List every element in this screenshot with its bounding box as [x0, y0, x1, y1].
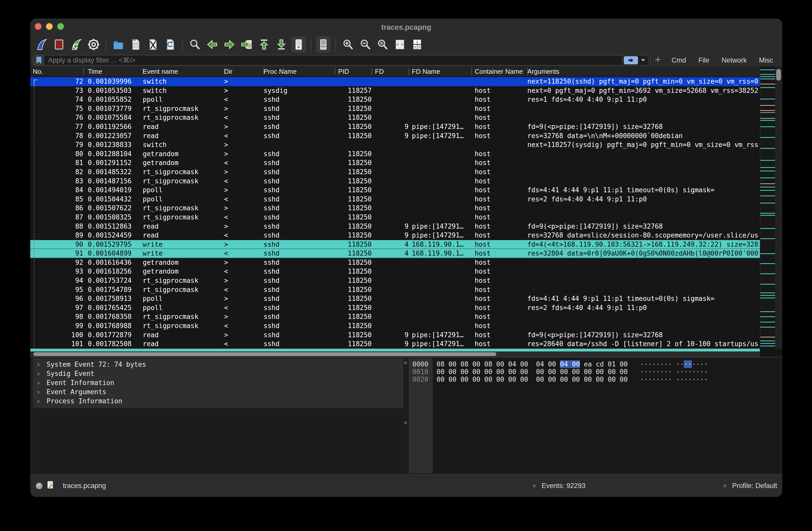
packet-row[interactable]: 930.001618256getrandom<sshd118250host — [30, 267, 760, 276]
packet-row[interactable]: 970.001765425ppoll<sshd118250hostres=2 f… — [30, 304, 760, 312]
intelligent-scrollbar-minimap[interactable] — [760, 67, 775, 349]
tree-item[interactable]: ›System Event 72: 74 bytes — [33, 360, 403, 369]
colorize-button[interactable] — [316, 36, 331, 53]
expert-info-button[interactable] — [36, 483, 43, 489]
column-header-cont[interactable]: Container Name — [472, 67, 527, 76]
separator-dot-icon — [533, 484, 536, 487]
add-filter-button[interactable]: + — [651, 54, 666, 67]
column-header-no[interactable]: No. — [33, 67, 83, 76]
vertical-scrollbar[interactable] — [775, 67, 782, 349]
packet-row[interactable]: 900.001529795write>sshd1182504168.119.90… — [30, 240, 760, 249]
vertical-scrollbar-thumb[interactable] — [776, 69, 781, 80]
packet-row[interactable]: 1010.001782508read<sshd1182509pipe:[1472… — [30, 339, 760, 349]
last-packet-button[interactable] — [274, 36, 289, 53]
zoom-reset-button[interactable] — [375, 36, 390, 53]
filter-shortcut-cmd[interactable]: Cmd — [666, 57, 692, 64]
hex-row[interactable]: 002000 00 00 00 00 00 00 00 00 00 00 00 … — [408, 375, 780, 383]
packet-row[interactable]: 770.001192566read>sshd1182509pipe:[14729… — [30, 122, 760, 132]
packet-row[interactable]: 790.001238833switch>next=118257(sysdig) … — [30, 141, 760, 149]
restart-capture-button[interactable] — [69, 36, 84, 53]
cell-no: 76 — [33, 113, 83, 122]
minimap-line — [760, 263, 775, 264]
cell-no: 87 — [33, 213, 83, 222]
cell-fd: 9 — [372, 132, 408, 141]
packet-row[interactable]: 780.001223057read<sshd1182509pipe:[14729… — [30, 132, 760, 141]
panel-splitter[interactable] — [403, 357, 408, 474]
go-to-packet-button[interactable] — [240, 36, 254, 53]
open-file-button[interactable] — [111, 36, 126, 53]
capture-options-button[interactable] — [86, 36, 101, 53]
horizontal-scrollbar-thumb[interactable] — [33, 352, 496, 356]
packet-row[interactable]: 860.001507622rt_sigprocmask>sshd118250ho… — [30, 204, 760, 213]
packet-row[interactable]: 910.001604899write<sshd1182504168.119.90… — [30, 249, 760, 258]
hex-row[interactable]: 000008 00 08 00 08 00 04 00 04 00 04 00 … — [408, 360, 780, 368]
packet-row[interactable]: 980.001768358rt_sigprocmask>sshd118250ho… — [30, 312, 760, 322]
packet-row[interactable]: 870.001508325rt_sigprocmask<sshd118250ho… — [30, 213, 760, 222]
find-packet-button[interactable] — [188, 36, 202, 53]
packet-row[interactable]: 760.001075584rt_sigprocmask<sshd118250ho… — [30, 113, 760, 122]
filter-dropdown-caret[interactable] — [641, 59, 645, 61]
packet-row[interactable]: 850.001504432ppoll<sshd118250hostres=2 f… — [30, 195, 760, 204]
tree-item[interactable]: ›Event Information — [33, 378, 403, 387]
column-header-args[interactable]: Arguments — [527, 67, 760, 76]
tree-item[interactable]: ›Process Information — [33, 397, 403, 405]
filter-shortcut-misc[interactable]: Misc — [753, 57, 780, 64]
start-capture-button[interactable] — [34, 36, 49, 53]
auto-scroll-button[interactable] — [291, 36, 306, 53]
layout-toggle-button[interactable]: 123 — [410, 36, 424, 53]
packet-row[interactable]: 750.001073779rt_sigprocmask>sshd118250ho… — [30, 104, 760, 114]
cell-event-name: write — [143, 349, 224, 352]
packet-row[interactable]: 1020.001787560write>sshd1182504168.119.9… — [30, 349, 760, 352]
packet-row[interactable]: 950.001754789rt_sigprocmask<sshd118250ho… — [30, 285, 760, 295]
tree-item[interactable]: ›Event Arguments — [33, 387, 403, 397]
column-header-time[interactable]: Time — [83, 67, 143, 76]
cell-pid: 118250 — [335, 149, 372, 159]
resize-columns-button[interactable] — [392, 36, 407, 53]
packet-row[interactable]: 810.001291152getrandom<sshd118250host — [30, 159, 760, 167]
packet-row[interactable]: 800.001288104getrandom>sshd118250host — [30, 149, 760, 159]
packet-row[interactable]: 820.001485322rt_sigprocmask>sshd118250ho… — [30, 167, 760, 177]
statusbar-profile[interactable]: Profile: Default — [723, 482, 777, 490]
stop-capture-button[interactable] — [52, 36, 67, 53]
column-header-dir[interactable]: Dir — [224, 67, 263, 76]
packet-row[interactable]: 940.001753724rt_sigprocmask>sshd118250ho… — [30, 276, 760, 285]
filter-shortcut-file[interactable]: File — [692, 57, 715, 64]
cell-time: 0.001508325 — [83, 213, 143, 222]
cell-pid: 118250 — [335, 294, 372, 304]
next-packet-button[interactable] — [222, 36, 237, 53]
column-header-event[interactable]: Event name — [143, 67, 224, 76]
reload-file-button[interactable] — [163, 36, 177, 53]
packet-row[interactable]: 880.001512863read>sshd1182509pipe:[14729… — [30, 222, 760, 231]
packet-row[interactable]: 840.001494019ppoll>sshd118250hostfds=4:4… — [30, 186, 760, 195]
edit-comment-button[interactable] — [47, 481, 54, 491]
save-file-button[interactable]: 010100110101110 — [128, 36, 143, 53]
packet-row[interactable]: 730.001053503switch>sysdig118257hostnext… — [30, 86, 760, 95]
packet-row[interactable]: 890.001524459read<sshd1182509pipe:[14729… — [30, 231, 760, 240]
zoom-out-button[interactable] — [358, 36, 373, 53]
column-header-pid[interactable]: PID — [335, 67, 372, 76]
column-header-fd[interactable]: FD — [372, 67, 408, 76]
packet-row[interactable]: 990.001768988rt_sigprocmask<sshd118250ho… — [30, 322, 760, 330]
packet-row[interactable]: 830.001487156rt_sigprocmask<sshd118250ho… — [30, 177, 760, 186]
cell-fd: 9 — [372, 231, 408, 240]
filter-bookmark-button[interactable] — [33, 56, 44, 65]
close-file-button[interactable] — [145, 36, 160, 53]
packet-row[interactable]: 920.001616436getrandom>sshd118250host — [30, 258, 760, 267]
filter-shortcut-network[interactable]: Network — [715, 57, 753, 64]
packet-row[interactable]: 960.001758913ppoll>sshd118250hostfds=4:4… — [30, 294, 760, 304]
packet-row[interactable]: 1000.001772879read>sshd1182509pipe:[1472… — [30, 330, 760, 340]
apply-filter-button[interactable] — [624, 56, 638, 64]
cell-dir: > — [224, 276, 263, 285]
cell-container-name: host — [472, 322, 527, 330]
packet-row[interactable]: 740.001055852ppoll<sshd118250hostres=1 f… — [30, 95, 760, 104]
zoom-in-button[interactable] — [340, 36, 356, 53]
packet-row[interactable]: 720.001039996switch>next=118250(sshd) pg… — [30, 77, 760, 86]
tree-item[interactable]: ›Sysdig Event — [33, 369, 403, 378]
horizontal-scrollbar[interactable] — [30, 352, 760, 357]
first-packet-button[interactable] — [257, 36, 272, 53]
hex-row[interactable]: 001000 00 00 00 00 00 00 00 00 00 00 00 … — [408, 368, 780, 375]
column-header-proc[interactable]: Proc Name — [263, 67, 335, 76]
display-filter-input[interactable]: Apply a display filter ... <⌘/> — [33, 55, 651, 65]
column-header-fdname[interactable]: FD Name — [408, 67, 472, 76]
previous-packet-button[interactable] — [205, 36, 219, 53]
